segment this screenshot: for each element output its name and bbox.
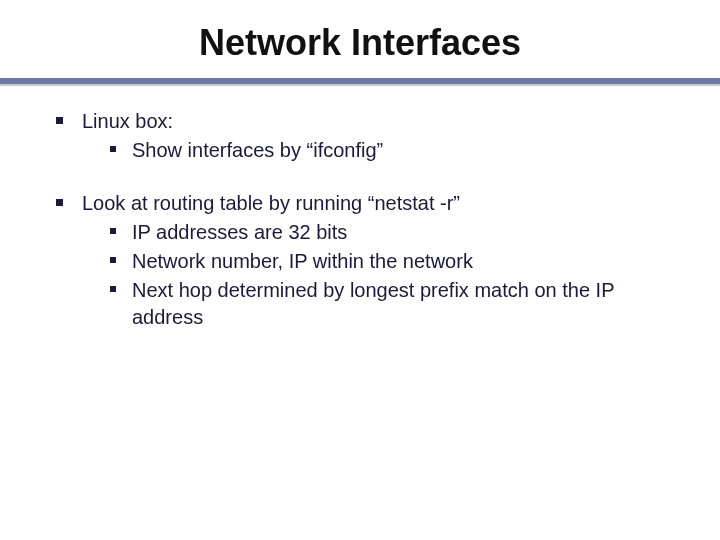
list-item-text: Network number, IP within the network xyxy=(132,250,473,272)
slide: Network Interfaces Linux box: Show inter… xyxy=(0,0,720,540)
list-item: Show interfaces by “ifconfig” xyxy=(110,137,664,164)
slide-title: Network Interfaces xyxy=(0,0,720,78)
list-item: Linux box: Show interfaces by “ifconfig” xyxy=(56,108,664,164)
slide-content: Linux box: Show interfaces by “ifconfig”… xyxy=(0,86,720,331)
list-item: Network number, IP within the network xyxy=(110,248,664,275)
sub-bullet-list: Show interfaces by “ifconfig” xyxy=(82,137,664,164)
title-underline xyxy=(0,78,720,86)
list-item-text: Next hop determined by longest prefix ma… xyxy=(132,279,614,328)
bullet-list: Linux box: Show interfaces by “ifconfig”… xyxy=(56,108,664,331)
list-item: Next hop determined by longest prefix ma… xyxy=(110,277,664,331)
sub-bullet-list: IP addresses are 32 bits Network number,… xyxy=(82,219,664,331)
list-item-text: Look at routing table by running “netsta… xyxy=(82,192,460,214)
list-item-text: Show interfaces by “ifconfig” xyxy=(132,139,383,161)
list-item: Look at routing table by running “netsta… xyxy=(56,190,664,331)
list-item: IP addresses are 32 bits xyxy=(110,219,664,246)
list-item-text: IP addresses are 32 bits xyxy=(132,221,347,243)
list-item-text: Linux box: xyxy=(82,110,173,132)
